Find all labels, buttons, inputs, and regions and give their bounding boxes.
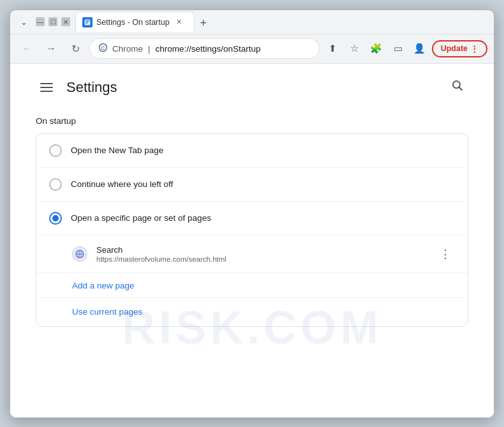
option-new-tab[interactable]: Open the New Tab page — [36, 134, 468, 168]
chevron-down-icon: ⌄ — [20, 17, 27, 27]
refresh-button[interactable]: ↻ — [65, 38, 85, 59]
new-tab-button[interactable]: + — [195, 14, 212, 32]
hamburger-menu-button[interactable] — [36, 77, 57, 98]
settings-title: Settings — [66, 79, 117, 96]
minimize-icon: — — [37, 19, 43, 26]
sidebar-button[interactable]: ▭ — [389, 39, 408, 58]
svg-rect-2 — [85, 22, 88, 24]
options-card: Open the New Tab page Continue where you… — [36, 133, 468, 327]
back-icon: ← — [22, 43, 32, 54]
option-continue-label: Continue where you left off — [71, 179, 173, 189]
sub-item-url: https://masterofvolume.com/search.html — [96, 255, 427, 263]
window-controls: ⌄ — ☐ ✕ — [15, 13, 70, 30]
option-specific[interactable]: Open a specific page or set of pages — [36, 202, 468, 236]
bookmark-button[interactable]: ☆ — [345, 39, 364, 58]
update-menu-icon: ⋮ — [470, 44, 478, 54]
tab-close-button[interactable]: ✕ — [174, 17, 185, 28]
extension-button[interactable]: 🧩 — [367, 39, 386, 58]
browser-window: ⌄ — ☐ ✕ Settings - On startup ✕ + — [10, 10, 494, 418]
update-button[interactable]: Update ⋮ — [432, 40, 487, 57]
toolbar-right: ⬆ ☆ 🧩 ▭ 👤 Update ⋮ — [323, 39, 487, 58]
option-new-tab-label: Open the New Tab page — [71, 146, 163, 155]
minimize-button[interactable]: — — [36, 17, 45, 26]
on-startup-label: On startup — [36, 116, 468, 126]
settings-header: Settings — [36, 77, 468, 98]
share-icon: ⬆ — [329, 43, 337, 54]
page-content: Settings On startup Open the New Tab pag… — [10, 64, 494, 417]
sub-item-row: Search https://masterofvolume.com/search… — [36, 236, 468, 273]
extension-icon: 🧩 — [370, 43, 382, 54]
profile-button[interactable]: 👤 — [410, 39, 429, 58]
hamburger-icon — [40, 83, 53, 92]
sidebar-icon: ▭ — [394, 43, 403, 54]
back-button[interactable]: ← — [17, 38, 37, 59]
tab-favicon — [82, 17, 93, 27]
add-page-row: Add a new page — [36, 273, 468, 297]
settings-layout: Settings On startup Open the New Tab pag… — [10, 64, 494, 417]
profile-icon: 👤 — [413, 43, 426, 54]
use-current-pages-link[interactable]: Use current pages — [72, 307, 142, 317]
radio-continue[interactable] — [49, 178, 62, 191]
svg-text:C: C — [101, 45, 105, 51]
lock-icon: C — [99, 43, 107, 54]
title-bar: ⌄ — ☐ ✕ Settings - On startup ✕ + — [10, 10, 494, 34]
forward-button[interactable]: → — [41, 38, 61, 59]
sub-item-text: Search https://masterofvolume.com/search… — [96, 245, 427, 263]
tab-bar: Settings - On startup ✕ + — [75, 11, 489, 32]
close-button[interactable]: ✕ — [61, 17, 70, 26]
update-label: Update — [441, 44, 468, 53]
chevron-down-btn[interactable]: ⌄ — [15, 13, 32, 30]
address-separator: | — [148, 44, 151, 54]
settings-main: Settings On startup Open the New Tab pag… — [10, 64, 494, 417]
svg-rect-1 — [85, 20, 89, 22]
close-icon: ✕ — [63, 19, 68, 26]
bookmark-icon: ☆ — [350, 43, 359, 54]
maximize-button[interactable]: ☐ — [48, 17, 57, 26]
maximize-icon: ☐ — [50, 19, 56, 26]
refresh-icon: ↻ — [71, 43, 80, 55]
sub-item-menu-button[interactable]: ⋮ — [436, 244, 455, 264]
share-button[interactable]: ⬆ — [323, 39, 343, 58]
address-url-text: chrome://settings/onStartup — [156, 44, 261, 54]
use-current-row: Use current pages — [36, 297, 468, 326]
option-continue[interactable]: Continue where you left off — [36, 168, 468, 202]
option-specific-label: Open a specific page or set of pages — [71, 213, 211, 223]
site-icon — [72, 246, 87, 262]
radio-specific[interactable] — [49, 212, 62, 225]
settings-search-button[interactable] — [447, 77, 468, 98]
address-chrome-text: Chrome — [112, 44, 143, 54]
search-icon — [451, 79, 464, 95]
radio-new-tab[interactable] — [49, 144, 62, 157]
address-bar[interactable]: C Chrome | chrome://settings/onStartup — [89, 38, 320, 59]
active-tab[interactable]: Settings - On startup ✕ — [75, 11, 195, 32]
svg-line-6 — [459, 87, 463, 91]
add-new-page-link[interactable]: Add a new page — [72, 281, 135, 290]
forward-icon: → — [46, 43, 56, 54]
tab-label: Settings - On startup — [96, 18, 170, 27]
sub-item-menu-icon: ⋮ — [440, 247, 452, 261]
sub-item-name: Search — [96, 245, 427, 255]
new-tab-icon: + — [200, 17, 207, 30]
toolbar: ← → ↻ C Chrome | chrome://settings/onSta… — [10, 34, 494, 64]
